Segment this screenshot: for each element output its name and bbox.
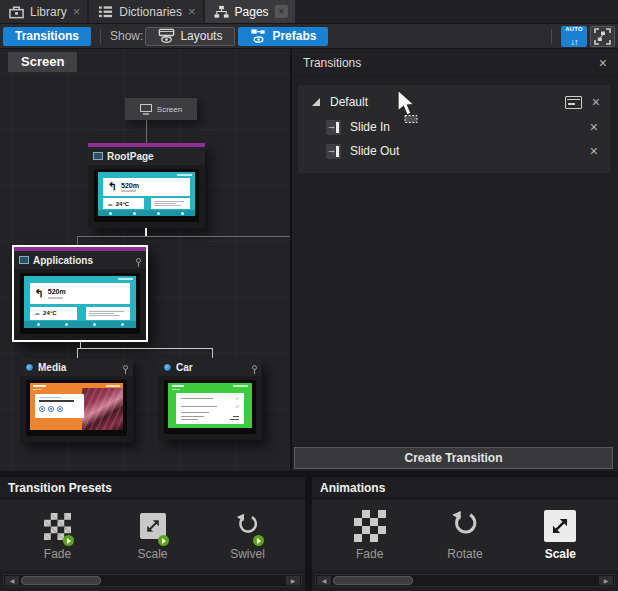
transition-item-slide-out[interactable]: → Slide Out ×: [298, 139, 610, 163]
close-icon[interactable]: ×: [73, 5, 81, 18]
page-icon: [93, 152, 103, 160]
node-rootpage[interactable]: RootPage ↰520m ☁24°C: [88, 143, 205, 228]
tab-library[interactable]: Library ×: [0, 0, 87, 23]
animation-fade[interactable]: Fade: [335, 508, 405, 561]
fit-view-button[interactable]: [590, 26, 615, 47]
connector-line: [77, 349, 78, 358]
preset-label: Scale: [137, 547, 167, 561]
pages-editor-window: Library × Dictionaries × Pages × Transit…: [0, 0, 618, 591]
create-transition-button[interactable]: Create Transition: [294, 447, 613, 469]
scrollbar-thumb[interactable]: [333, 576, 413, 585]
node-title: Screen: [157, 105, 182, 114]
pin-icon[interactable]: [123, 365, 128, 370]
collapse-icon[interactable]: [312, 98, 320, 106]
animation-rotate[interactable]: Rotate: [430, 508, 500, 561]
scroll-left-icon[interactable]: ◀: [317, 576, 331, 585]
animations-list: Fade Rotate Scale: [312, 498, 618, 570]
close-icon[interactable]: ×: [188, 5, 196, 18]
scale-arrows-icon: [544, 510, 576, 542]
horizontal-scrollbar[interactable]: ◀ ▶: [315, 574, 615, 587]
close-icon[interactable]: ×: [590, 144, 598, 158]
node-media[interactable]: Media: [20, 358, 133, 442]
node-title: RootPage: [107, 151, 154, 162]
toolbar: Transitions Show: Layouts Prefabs AUTO ↓…: [0, 24, 618, 49]
tab-pages[interactable]: Pages ×: [205, 0, 295, 23]
preset-swivel[interactable]: Swivel: [213, 508, 283, 561]
album-photo: [82, 388, 123, 430]
preset-label: Swivel: [230, 547, 265, 561]
connector-line: [77, 236, 290, 237]
tab-dictionaries[interactable]: Dictionaries ×: [89, 0, 202, 23]
transition-label: Slide In: [350, 120, 390, 134]
transition-group-default: Default × → Slide In × → Slide Out ×: [298, 85, 610, 173]
preset-scale[interactable]: Scale: [118, 508, 188, 561]
page-icon: [19, 256, 29, 264]
close-icon[interactable]: ×: [592, 95, 600, 109]
page-icon: [163, 363, 172, 372]
fit-view-icon: [594, 28, 611, 45]
dashboard-dock: [98, 210, 195, 216]
node-screen[interactable]: Screen: [125, 98, 197, 120]
node-car[interactable]: Car ✓ ✓: [158, 358, 262, 440]
animation-label: Fade: [356, 547, 383, 561]
tab-bar: Library × Dictionaries × Pages ×: [0, 0, 618, 24]
check-icon: ✓: [235, 404, 239, 409]
animation-scale[interactable]: Scale: [525, 508, 595, 561]
toolbar-separator: [551, 29, 552, 44]
transitions-button[interactable]: Transitions: [3, 27, 91, 46]
prefabs-toggle-button[interactable]: Prefabs: [238, 27, 328, 46]
dashboard-dock: [24, 321, 136, 328]
scroll-right-icon[interactable]: ▶: [599, 576, 613, 585]
prefabs-icon: [250, 28, 267, 44]
node-title: Media: [38, 362, 66, 373]
preset-fade[interactable]: Fade: [23, 508, 93, 561]
list-icon: [98, 5, 113, 19]
animations-panel: Animations Fade Rotate Scale: [312, 477, 618, 591]
panel-header: Transitions ×: [292, 49, 618, 77]
close-icon[interactable]: ×: [590, 120, 598, 134]
turn-arrow-icon: ↰: [108, 181, 117, 192]
scroll-left-icon[interactable]: ◀: [5, 576, 19, 585]
horizontal-scrollbar[interactable]: ◀ ▶: [3, 574, 302, 587]
transition-group-header[interactable]: Default ×: [298, 89, 610, 115]
node-title: Applications: [33, 255, 93, 266]
tab-label: Dictionaries: [119, 5, 182, 19]
mouse-cursor: [396, 89, 420, 123]
monitor-icon: [140, 104, 152, 115]
layouts-toggle-button[interactable]: Layouts: [145, 27, 235, 46]
close-icon[interactable]: ×: [275, 5, 288, 18]
scroll-right-icon[interactable]: ▶: [286, 576, 300, 585]
node-thumbnail: ✓ ✓: [158, 376, 262, 440]
node-header: Media: [20, 358, 133, 376]
transition-item-slide-in[interactable]: → Slide In ×: [298, 115, 610, 139]
auto-arrows-icon: ↓↑: [571, 38, 578, 47]
rotate-icon: [449, 510, 481, 542]
connector-line: [145, 228, 147, 236]
pin-icon[interactable]: [252, 365, 257, 370]
edit-transition-icon[interactable]: [565, 96, 582, 109]
screen-view-tab[interactable]: Screen: [8, 52, 77, 72]
auto-arrange-button[interactable]: AUTO ↓↑: [561, 26, 587, 47]
panel-title: Transitions: [303, 56, 361, 70]
page-graph-canvas[interactable]: Screen Screen RootPage ↰520m ☁24°C: [0, 49, 290, 471]
temperature-value: 24°C: [116, 201, 129, 207]
close-icon[interactable]: ×: [599, 56, 607, 70]
node-thumbnail: ↰520m ☁24°C: [14, 269, 146, 340]
play-badge-icon: [63, 535, 74, 546]
prefabs-label: Prefabs: [272, 29, 316, 43]
node-title: Car: [176, 362, 193, 373]
dashboard-preview: ↰520m ☁24°C: [24, 276, 136, 328]
pin-icon[interactable]: [136, 258, 141, 263]
slide-transition-icon: →: [326, 144, 341, 159]
node-applications[interactable]: Applications ↰520m ☁24°C: [12, 245, 148, 342]
node-header: Car: [158, 358, 262, 376]
scrollbar-thumb[interactable]: [21, 576, 101, 585]
animation-label: Scale: [545, 547, 576, 561]
connector-line: [146, 120, 147, 143]
connector-line: [77, 348, 213, 349]
page-icon: [25, 363, 34, 372]
play-badge-icon: [253, 535, 264, 546]
toolbar-separator: [100, 29, 101, 44]
fade-checker-icon: [354, 510, 386, 542]
distance-value: 520m: [48, 288, 66, 296]
